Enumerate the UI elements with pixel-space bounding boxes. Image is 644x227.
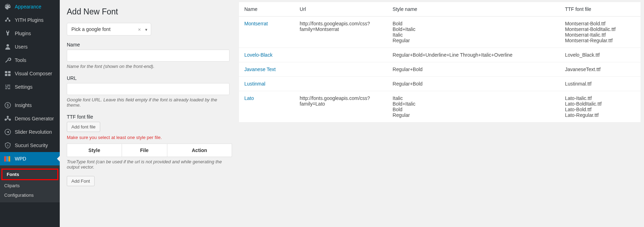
appearance-icon [4,3,11,10]
svg-text:S: S [7,144,8,147]
font-name-link[interactable]: Lustinmal [244,81,265,87]
table-row: Lovelo-BlackRegular+Bold+Underline+Line … [239,48,640,62]
sidebar-item-demos-generator[interactable]: Demos Generator [0,112,60,125]
insights-icon: $ [4,102,11,109]
sidebar-item-plugins[interactable]: Plugins [0,27,60,40]
url-description: Google font URL. Leave this field empty … [67,97,232,108]
table-row: LustinmalRegular+BoldLustinmal.ttf [239,77,640,91]
page-title: Add New Font [67,7,232,17]
font-styles-cell: BoldBold+ItalicItalicRegular [387,17,560,48]
ttf-label: TTF font file [67,114,232,120]
sidebar-item-label: Slider Revolution [15,129,52,135]
sidebar-item-tools[interactable]: Tools [0,53,60,67]
font-ttf-cell: Montserrat-Bold.ttfMontserrat-BoldItalic… [560,17,640,48]
demos-icon [4,115,11,122]
fonts-table: Name Url Style name TTF font file Montse… [239,2,640,122]
submenu-cliparts[interactable]: Cliparts [0,181,60,190]
svg-rect-7 [8,74,11,76]
sidebar-item-users[interactable]: Users [0,40,60,53]
add-font-file-button[interactable]: Add font file [67,122,100,132]
font-url-cell [295,62,387,77]
sidebar-item-settings[interactable]: Settings [0,80,60,94]
table-row: Latohttp://fonts.googleapis.com/css?fami… [239,91,640,122]
users-icon [4,43,11,50]
sidebar-item-yith[interactable]: YITH Plugins [0,13,60,27]
sidebar-item-label: Visual Composer [15,71,52,76]
yith-icon [4,17,11,24]
select-placeholder: Pick a google font [71,26,110,32]
ttf-sub-table: Style File Action [67,144,232,157]
font-name-link[interactable]: Lato [244,95,254,101]
sidebar-item-label: Insights [15,102,32,108]
font-ttf-cell: Lato-Italic.ttfLato-BoldItalic.ttfLato-B… [560,91,640,122]
sidebar-item-label: Sucuri Security [15,143,48,148]
sidebar-item-label: Tools [15,57,26,63]
plugins-icon [4,30,11,37]
sidebar-item-insights[interactable]: $ Insights [0,99,60,112]
svg-point-2 [9,20,11,22]
th-name: Name [239,2,295,17]
font-name-link[interactable]: Lovelo-Black [244,52,272,58]
name-input[interactable] [67,50,230,62]
submenu-configurations[interactable]: Configurations [0,190,60,200]
svg-rect-6 [5,74,7,76]
fonts-table-wrap: Name Url Style name TTF font file Montse… [239,0,640,227]
ttf-description: TrueType font (can be used if the url is… [67,159,232,170]
main-content: Add New Font Pick a google font ✕ ▼ Name… [60,0,644,227]
font-styles-cell: Regular+Bold [387,62,560,77]
font-url-cell [295,77,387,91]
settings-icon [4,83,11,90]
google-font-select[interactable]: Pick a google font ✕ ▼ [67,23,151,36]
font-ttf-cell: Lovelo_Black.ttf [560,48,640,62]
clear-icon[interactable]: ✕ [138,27,141,32]
svg-point-3 [7,44,9,47]
sidebar-item-label: Demos Generator [15,116,54,121]
validation-message: Make sure you select at least one style … [67,135,232,140]
font-url-cell [295,48,387,62]
name-description: Name for the font (shown on the front-en… [67,64,232,69]
sidebar-item-sucuri[interactable]: S Sucuri Security [0,139,60,152]
sidebar-item-slider-revolution[interactable]: Slider Revolution [0,125,60,139]
svg-rect-5 [8,71,11,73]
submenu-fonts[interactable]: Fonts [1,169,58,180]
font-ttf-cell: JavaneseText.ttf [560,62,640,77]
svg-point-0 [7,18,9,19]
svg-point-1 [5,20,7,22]
sidebar-item-appearance[interactable]: Appearance [0,0,60,13]
wpd-icon [4,155,11,162]
add-font-button[interactable]: Add Font [67,176,95,186]
chevron-down-icon: ▼ [144,28,148,32]
tools-icon [4,57,11,64]
sidebar-item-label: Appearance [15,4,41,10]
th-style-name: Style name [387,2,560,17]
font-name-link[interactable]: Montserrat [244,21,268,26]
url-label: URL [67,75,232,81]
url-input[interactable] [67,83,230,95]
sub-th-action: Action [167,144,232,157]
font-styles-cell: Regular+Bold [387,77,560,91]
table-row: Montserrathttp://fonts.googleapis.com/cs… [239,17,640,48]
font-url-cell: http://fonts.googleapis.com/css?family=L… [295,91,387,122]
font-ttf-cell: Lustinmal.ttf [560,77,640,91]
sidebar-item-visual-composer[interactable]: Visual Composer [0,67,60,80]
sidebar-item-wpd[interactable]: WPD [0,152,60,165]
font-name-link[interactable]: Javanese Text [244,67,276,72]
sidebar-item-label: Users [15,44,28,50]
sub-th-file: File [122,144,167,157]
th-ttf: TTF font file [560,2,640,17]
sidebar-item-label: Plugins [15,31,31,36]
name-label: Name [67,42,232,48]
slider-icon [4,128,11,135]
admin-sidebar: Appearance YITH Plugins Plugins Users To… [0,0,60,227]
visual-composer-icon [4,70,11,77]
font-styles-cell: Regular+Bold+Underline+Line Through+Ital… [387,48,560,62]
add-font-form: Add New Font Pick a google font ✕ ▼ Name… [67,0,239,227]
table-row: Javanese TextRegular+BoldJavaneseText.tt… [239,62,640,77]
sucuri-icon: S [4,142,11,149]
sidebar-item-label: Settings [15,84,33,90]
sub-th-style: Style [67,144,122,157]
svg-rect-4 [5,71,7,73]
font-styles-cell: ItalicBold+ItalicBoldRegular [387,91,560,122]
sidebar-item-label: WPD [15,156,26,162]
sidebar-item-label: YITH Plugins [15,17,44,23]
